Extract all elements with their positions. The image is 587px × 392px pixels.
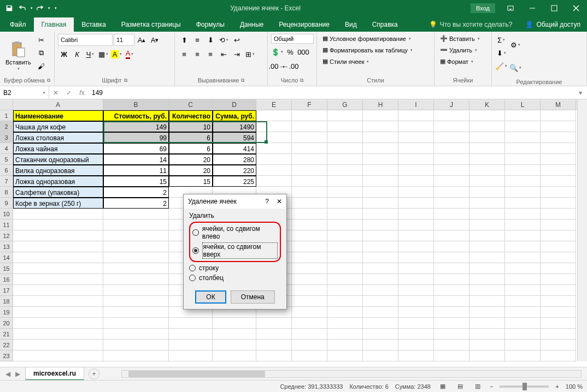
cell[interactable] <box>327 187 363 198</box>
cell[interactable] <box>434 296 469 307</box>
cell[interactable] <box>398 296 434 307</box>
cell[interactable] <box>398 318 434 329</box>
cell[interactable] <box>398 110 434 121</box>
cell[interactable]: Чашка для кофе <box>13 121 103 132</box>
cell[interactable] <box>541 296 576 307</box>
cell[interactable] <box>505 230 541 241</box>
cell[interactable] <box>327 263 363 274</box>
indent-decrease-icon[interactable]: ⇤ <box>218 48 230 60</box>
align-bottom-icon[interactable]: ⬇ <box>204 34 216 46</box>
cell[interactable] <box>469 187 505 198</box>
row-header[interactable]: 9 <box>0 198 13 209</box>
cell[interactable] <box>292 209 327 219</box>
cell[interactable] <box>434 318 469 329</box>
cell[interactable]: 69 <box>103 143 169 154</box>
cell[interactable] <box>541 121 576 132</box>
cell[interactable] <box>434 307 469 318</box>
cell[interactable] <box>169 318 213 329</box>
cell[interactable] <box>541 252 576 263</box>
align-left-icon[interactable]: ≡ <box>178 48 190 60</box>
cell[interactable] <box>505 263 541 274</box>
tab-review[interactable]: Рецензирование <box>271 17 337 32</box>
cell[interactable] <box>363 176 398 187</box>
zoom-slider[interactable] <box>500 385 549 388</box>
cell[interactable] <box>256 110 292 121</box>
cell[interactable] <box>469 285 505 296</box>
cell[interactable] <box>398 121 434 132</box>
page-layout-icon[interactable]: ▤ <box>455 382 466 391</box>
cell[interactable] <box>327 340 363 351</box>
increase-font-icon[interactable]: A▴ <box>136 34 148 46</box>
zoom-in-button[interactable]: + <box>555 383 559 390</box>
fx-icon[interactable]: fx <box>75 89 89 97</box>
normal-view-icon[interactable]: ▦ <box>437 382 448 391</box>
row-header[interactable]: 20 <box>0 318 13 329</box>
cell[interactable] <box>327 209 363 219</box>
insert-cells-button[interactable]: ➕Вставить▾ <box>438 34 488 43</box>
tab-layout[interactable]: Разметка страницы <box>114 17 189 32</box>
dialog-help-icon[interactable]: ? <box>265 198 269 205</box>
cell[interactable] <box>469 351 505 361</box>
cell[interactable] <box>256 318 292 329</box>
minimize-icon[interactable] <box>521 0 543 16</box>
cut-icon[interactable]: ✂ <box>36 34 48 46</box>
cell[interactable] <box>363 110 398 121</box>
cell[interactable] <box>469 209 505 219</box>
cell[interactable] <box>541 187 576 198</box>
cell[interactable]: Ложка столовая <box>13 132 103 143</box>
cell[interactable] <box>363 198 398 209</box>
dialog-cancel-button[interactable]: Отмена <box>231 290 275 304</box>
cell[interactable] <box>398 307 434 318</box>
cell[interactable] <box>541 219 576 230</box>
row-header[interactable]: 1 <box>0 110 13 121</box>
cell[interactable] <box>103 296 169 307</box>
horizontal-scrollbar[interactable] <box>121 370 582 378</box>
cell[interactable] <box>327 274 363 285</box>
cell[interactable] <box>434 274 469 285</box>
tab-help[interactable]: Справка <box>365 17 406 32</box>
row-header[interactable]: 13 <box>0 241 13 252</box>
orientation-icon[interactable]: ⟲▾ <box>218 34 230 46</box>
cell[interactable] <box>292 296 327 307</box>
page-break-icon[interactable]: ▥ <box>472 382 483 391</box>
paste-button[interactable]: Вставить ▾ <box>3 34 33 77</box>
cell[interactable] <box>292 187 327 198</box>
row-header[interactable]: 15 <box>0 263 13 274</box>
cell[interactable] <box>469 143 505 154</box>
fill-color-button[interactable]: A▾ <box>110 48 122 60</box>
cell[interactable] <box>541 263 576 274</box>
maximize-icon[interactable] <box>543 0 565 16</box>
cell[interactable] <box>13 274 103 285</box>
cell[interactable] <box>398 340 434 351</box>
wrap-text-icon[interactable]: ↩ <box>231 34 243 46</box>
cell[interactable] <box>13 296 103 307</box>
cell[interactable]: 414 <box>213 143 256 154</box>
cell[interactable] <box>505 209 541 219</box>
cell[interactable] <box>363 154 398 165</box>
cell[interactable]: Кофе в зернах (250 г) <box>13 198 103 209</box>
sheet-nav-next[interactable]: ▶ <box>13 370 22 378</box>
cell[interactable] <box>541 230 576 241</box>
cell[interactable] <box>256 176 292 187</box>
cell[interactable] <box>434 176 469 187</box>
column-header[interactable]: L <box>505 99 541 110</box>
cell[interactable] <box>505 241 541 252</box>
cell[interactable] <box>398 351 434 361</box>
cell[interactable] <box>469 340 505 351</box>
cell[interactable]: 11 <box>103 165 169 176</box>
cell[interactable] <box>327 230 363 241</box>
cell[interactable] <box>434 219 469 230</box>
cell[interactable] <box>363 296 398 307</box>
cell[interactable] <box>363 121 398 132</box>
cell[interactable]: Стаканчик одноразовый <box>13 154 103 165</box>
cell[interactable] <box>541 329 576 340</box>
cell[interactable] <box>213 318 256 329</box>
cell[interactable] <box>505 176 541 187</box>
bold-button[interactable]: Ж <box>58 48 70 60</box>
cell[interactable] <box>398 209 434 219</box>
cell[interactable] <box>505 154 541 165</box>
row-header[interactable]: 6 <box>0 165 13 176</box>
cell[interactable] <box>505 307 541 318</box>
tab-home[interactable]: Главная <box>34 17 74 32</box>
zoom-level[interactable]: 100 % <box>566 383 583 390</box>
